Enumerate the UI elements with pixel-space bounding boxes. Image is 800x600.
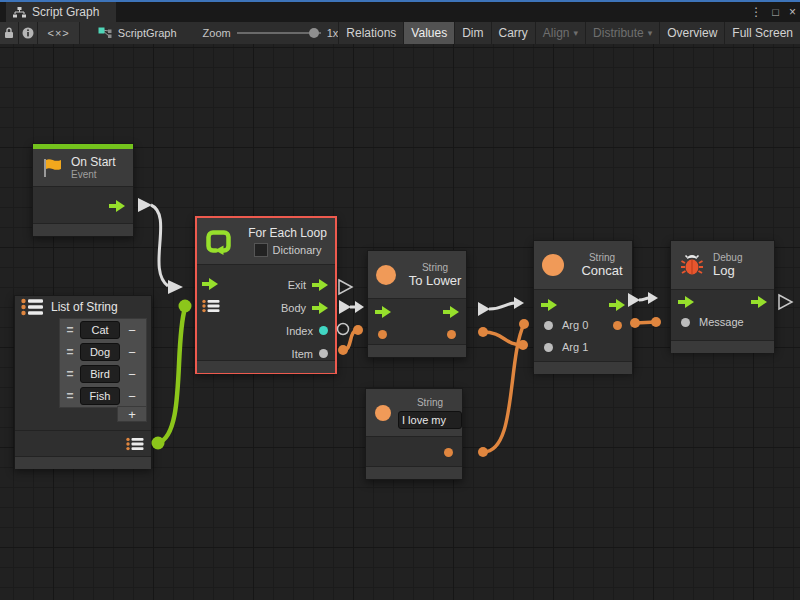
list-output-port[interactable] xyxy=(126,437,144,451)
drag-handle-icon[interactable]: = xyxy=(64,367,76,381)
dictionary-checkbox[interactable] xyxy=(254,243,268,257)
info-button[interactable] xyxy=(19,22,38,44)
window-close-button[interactable]: × xyxy=(789,5,796,19)
node-footer xyxy=(368,344,466,357)
port-label-arg0: Arg 0 xyxy=(562,319,588,331)
list-icon xyxy=(21,298,45,316)
lock-button[interactable] xyxy=(0,22,19,44)
toolbar-toggles: Relations Values Dim Carry Align ▾ Distr… xyxy=(338,22,800,44)
bug-icon xyxy=(680,253,704,277)
zoom-slider-handle[interactable] xyxy=(309,28,319,38)
breadcrumb[interactable]: ScriptGraph xyxy=(98,27,177,39)
list-item-field[interactable] xyxy=(80,387,120,405)
node-debug-log[interactable]: Debug Log Message xyxy=(670,240,775,351)
node-string-literal[interactable]: String xyxy=(365,388,463,480)
node-title: Concat xyxy=(581,264,622,278)
exit-output-port[interactable] xyxy=(312,279,328,291)
wire-tolower-to-arg1 xyxy=(478,327,528,350)
chevron-down-icon: ▾ xyxy=(574,28,579,38)
port-label-exit: Exit xyxy=(288,279,306,291)
arg1-input-port[interactable] xyxy=(544,343,553,352)
breadcrumb-graph-name: ScriptGraph xyxy=(118,27,177,39)
node-footer xyxy=(33,223,133,236)
toolbar-button-dim[interactable]: Dim xyxy=(454,22,490,44)
flow-output-port[interactable] xyxy=(443,306,459,318)
dictionary-label: Dictionary xyxy=(273,244,322,256)
string-type-icon xyxy=(542,254,564,276)
drag-handle-icon[interactable]: = xyxy=(64,345,76,359)
drag-handle-icon[interactable]: = xyxy=(64,323,76,337)
index-output-port[interactable] xyxy=(319,326,328,335)
code-view-button[interactable]: <×> xyxy=(38,22,79,44)
flow-output-port[interactable] xyxy=(751,296,767,308)
drag-handle-icon[interactable]: = xyxy=(64,389,76,403)
flow-input-port[interactable] xyxy=(202,278,218,290)
tab-bar: Script Graph ⋮ □ × xyxy=(0,0,800,22)
loop-icon xyxy=(205,228,232,255)
port-label-message: Message xyxy=(699,316,744,328)
zoom-slider[interactable] xyxy=(237,27,321,39)
tab-script-graph[interactable]: Script Graph xyxy=(6,2,116,22)
graph-hierarchy-icon xyxy=(13,7,26,18)
flow-output-port[interactable] xyxy=(609,299,625,311)
node-string-to-lower[interactable]: String To Lower xyxy=(367,250,467,358)
port-label-item: Item xyxy=(292,348,313,360)
string-output-port[interactable] xyxy=(444,448,453,457)
toolbar-button-carry[interactable]: Carry xyxy=(491,22,535,44)
lock-icon xyxy=(4,27,14,39)
toolbar-button-relations[interactable]: Relations xyxy=(338,22,403,44)
toolbar-button-distribute[interactable]: Distribute ▾ xyxy=(585,22,659,44)
body-output-port[interactable] xyxy=(312,302,328,314)
node-on-start[interactable]: On Start Event xyxy=(32,143,134,237)
add-item-button[interactable]: + xyxy=(117,406,147,422)
node-type-label: String xyxy=(422,262,448,274)
wire-string-to-arg0 xyxy=(478,319,529,457)
port-label-index: Index xyxy=(286,325,313,337)
list-item-field[interactable] xyxy=(80,365,120,383)
string-input-port[interactable] xyxy=(378,330,387,339)
list-item-row: = − xyxy=(60,319,146,341)
window-maximize-button[interactable]: □ xyxy=(772,6,779,18)
node-subtitle: Event xyxy=(71,169,116,181)
node-title: Log xyxy=(713,264,742,278)
exit-port-indicator xyxy=(339,280,352,294)
list-item-row: = − xyxy=(60,363,146,385)
wire-onstart-to-foreach xyxy=(138,198,183,294)
message-input-port[interactable] xyxy=(681,318,690,327)
list-inspector: = − = − = − = − xyxy=(59,318,147,408)
toolbar-button-overview[interactable]: Overview xyxy=(659,22,724,44)
window-menu-button[interactable]: ⋮ xyxy=(750,5,762,19)
list-input-port[interactable] xyxy=(202,299,220,313)
toolbar-button-values[interactable]: Values xyxy=(403,22,454,44)
list-item-row: = − xyxy=(60,341,146,363)
remove-item-button[interactable]: − xyxy=(124,367,140,382)
remove-item-button[interactable]: − xyxy=(124,323,140,338)
toolbar-button-fullscreen[interactable]: Full Screen xyxy=(724,22,800,44)
node-list-of-string[interactable]: List of String = − = − = − xyxy=(14,295,152,469)
result-output-port[interactable] xyxy=(613,321,622,330)
wire-body-to-tolower xyxy=(339,300,364,314)
list-item-field[interactable] xyxy=(80,321,120,339)
node-footer xyxy=(534,361,632,374)
result-output-port[interactable] xyxy=(447,330,456,339)
toolbar-button-align[interactable]: Align ▾ xyxy=(535,22,585,44)
list-item-field[interactable] xyxy=(80,343,120,361)
remove-item-button[interactable]: − xyxy=(124,389,140,404)
graph-canvas[interactable]: On Start Event List of String xyxy=(0,44,800,600)
flow-input-port[interactable] xyxy=(541,299,557,311)
node-for-each-loop[interactable]: For Each Loop Dictionary Exit xyxy=(195,216,337,374)
arg0-input-port[interactable] xyxy=(544,321,553,330)
flow-output-port[interactable] xyxy=(109,200,125,212)
item-output-port[interactable] xyxy=(319,349,328,358)
flow-input-port[interactable] xyxy=(375,306,391,318)
chevron-down-icon: ▾ xyxy=(648,28,653,38)
flow-input-port[interactable] xyxy=(678,296,694,308)
node-footer xyxy=(366,466,462,479)
node-title: List of String xyxy=(51,300,118,314)
node-string-concat[interactable]: String Concat Arg 0 Arg 1 xyxy=(533,240,633,372)
string-value-field[interactable] xyxy=(398,411,462,429)
node-type-label: String xyxy=(417,397,443,409)
remove-item-button[interactable]: − xyxy=(124,345,140,360)
index-port-indicator xyxy=(338,324,349,335)
unity-visual-scripting-window: Script Graph ⋮ □ × <×> xyxy=(0,0,800,600)
